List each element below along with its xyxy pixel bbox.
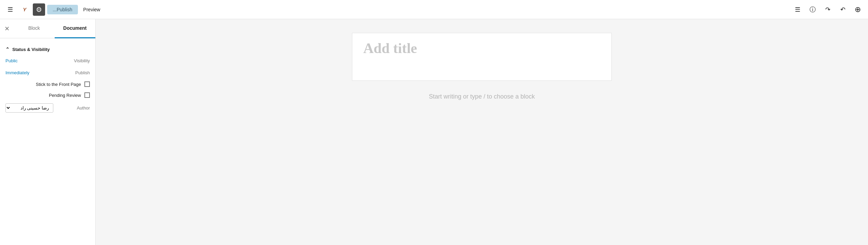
- stick-front-page-checkbox[interactable]: [84, 81, 90, 87]
- stick-front-page-row: Stick to the Front Page: [0, 79, 95, 90]
- redo-icon: ↷: [825, 6, 830, 13]
- info-button[interactable]: ⓘ: [806, 3, 819, 16]
- section-title: Status & Visibility: [12, 47, 50, 52]
- redo-button[interactable]: ↷: [822, 3, 834, 16]
- sidebar: ✕ Block Document ⌃ Status & Visibility P…: [0, 19, 96, 245]
- sidebar-tabs: Block Document: [14, 19, 95, 38]
- publish-value[interactable]: Immediately: [5, 70, 29, 75]
- list-view-button[interactable]: ☰: [791, 3, 804, 16]
- visibility-label: Visibility: [74, 58, 90, 63]
- status-visibility-section-header[interactable]: ⌃ Status & Visibility: [0, 44, 95, 55]
- close-sidebar-button[interactable]: ✕: [0, 19, 14, 38]
- toolbar-left: ☰ Y ⚙ ...Publish Preview: [4, 3, 104, 16]
- settings-button[interactable]: ⚙: [33, 3, 45, 16]
- main-layout: ✕ Block Document ⌃ Status & Visibility P…: [0, 19, 868, 245]
- main-toolbar: ☰ Y ⚙ ...Publish Preview ☰ ⓘ ↷ ↶ ⊕: [0, 0, 868, 19]
- info-icon: ⓘ: [810, 5, 816, 14]
- undo-button[interactable]: ↶: [837, 3, 849, 16]
- title-placeholder[interactable]: Add title: [363, 40, 600, 56]
- list-view-icon: ☰: [795, 6, 800, 13]
- tab-block[interactable]: Block: [14, 19, 55, 38]
- writing-prompt[interactable]: Start writing or type / to choose a bloc…: [429, 93, 535, 100]
- publish-label: Publish: [75, 70, 90, 75]
- visibility-value[interactable]: Public: [5, 58, 17, 63]
- tab-document[interactable]: Document: [55, 19, 96, 38]
- publish-button[interactable]: ...Publish: [47, 5, 78, 14]
- yoast-button[interactable]: Y: [18, 3, 31, 16]
- hamburger-menu-button[interactable]: ☰: [4, 3, 16, 16]
- hamburger-icon: ☰: [8, 6, 13, 13]
- pending-review-row: Pending Review: [0, 90, 95, 101]
- editor-canvas[interactable]: Add title: [352, 33, 612, 81]
- undo-icon: ↶: [840, 6, 845, 13]
- yoast-icon: Y: [23, 7, 26, 12]
- sidebar-header: ✕ Block Document: [0, 19, 95, 38]
- gear-icon: ⚙: [36, 5, 42, 14]
- close-icon: ✕: [4, 25, 10, 33]
- chevron-up-icon: ⌃: [5, 47, 10, 52]
- add-block-icon: ⊕: [855, 5, 861, 14]
- toolbar-right: ☰ ⓘ ↷ ↶ ⊕: [791, 3, 864, 16]
- author-select[interactable]: رضا حسینی راد: [5, 103, 53, 113]
- preview-button[interactable]: Preview: [80, 5, 104, 14]
- editor-area: Add title Start writing or type / to cho…: [96, 19, 868, 245]
- author-row: رضا حسینی راد Author: [0, 101, 95, 115]
- add-block-button[interactable]: ⊕: [852, 3, 864, 16]
- pending-review-label: Pending Review: [49, 93, 81, 98]
- visibility-row: Public Visibility: [0, 55, 95, 67]
- pending-review-checkbox[interactable]: [84, 92, 90, 98]
- stick-front-page-label: Stick to the Front Page: [36, 82, 81, 87]
- publish-row: Immediately Publish: [0, 67, 95, 79]
- author-label: Author: [77, 105, 90, 111]
- sidebar-content: ⌃ Status & Visibility Public Visibility …: [0, 38, 95, 245]
